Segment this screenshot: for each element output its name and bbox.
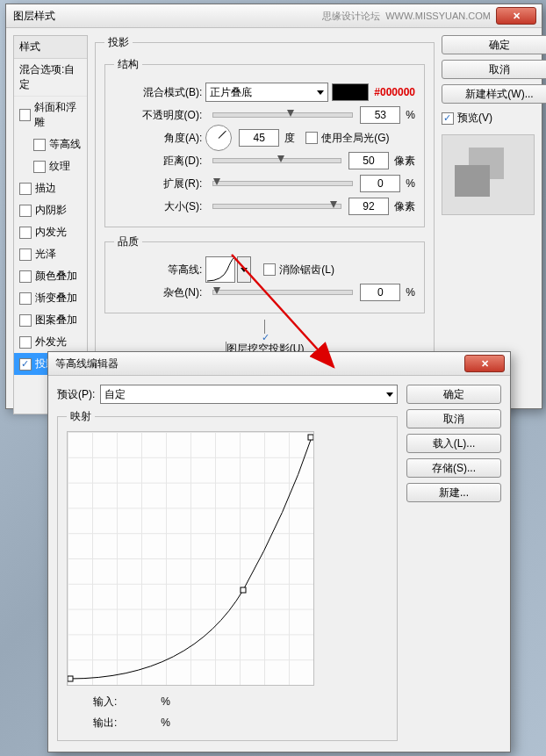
color-hex: #000000 — [374, 86, 415, 98]
contour-dropdown[interactable] — [237, 256, 251, 283]
titlebar[interactable]: 图层样式 思缘设计论坛 WWW.MISSYUAN.COM ✕ — [6, 4, 542, 28]
color-swatch[interactable] — [332, 83, 369, 101]
styles-header[interactable]: 样式 — [14, 36, 87, 59]
style-checkbox[interactable] — [19, 314, 32, 327]
blend-options[interactable]: 混合选项:自定 — [14, 59, 87, 97]
load-button[interactable]: 载入(L)... — [406, 434, 501, 453]
blend-mode-label: 混合模式(B): — [114, 85, 205, 100]
blend-mode-select[interactable]: 正片叠底 — [205, 83, 328, 102]
contour-editor-dialog: 等高线编辑器 ✕ 预设(P):自定 映射 输入:% 输出:% 确定 取消 载入(… — [47, 351, 511, 752]
style-item-6[interactable]: 光泽 — [14, 243, 87, 265]
titlebar[interactable]: 等高线编辑器 ✕ — [48, 352, 510, 376]
noise-input[interactable]: 0 — [360, 284, 400, 301]
watermark-text: 思缘设计论坛 — [322, 10, 380, 23]
quality-group: 品质 等高线: 消除锯齿(L) 杂色(N):0% — [104, 234, 425, 313]
style-checkbox[interactable] — [19, 183, 32, 195]
style-item-7[interactable]: 颜色叠加 — [14, 265, 87, 287]
opacity-slider[interactable] — [212, 112, 353, 118]
close-icon[interactable]: ✕ — [464, 355, 505, 372]
angle-dial[interactable] — [205, 125, 232, 151]
dialog-title: 图层样式 — [13, 9, 322, 24]
svg-rect-1 — [241, 587, 246, 593]
preset-label: 预设(P): — [57, 387, 95, 402]
ok-button[interactable]: 确定 — [442, 35, 546, 54]
spread-slider[interactable] — [212, 181, 353, 186]
preview-checkbox[interactable] — [442, 112, 454, 125]
global-light-checkbox[interactable] — [305, 132, 318, 144]
style-checkbox[interactable] — [33, 139, 46, 151]
ok-button[interactable]: 确定 — [406, 385, 501, 404]
style-checkbox[interactable] — [19, 248, 32, 261]
style-item-3[interactable]: 描边 — [14, 177, 87, 199]
style-item-5[interactable]: 内发光 — [14, 221, 87, 243]
dialog-title: 等高线编辑器 — [55, 356, 464, 371]
chevron-down-icon — [386, 392, 393, 397]
preview-thumb — [442, 134, 535, 215]
style-checkbox[interactable] — [19, 270, 32, 283]
svg-rect-0 — [68, 676, 73, 681]
cancel-button[interactable]: 取消 — [406, 409, 501, 428]
output-label: 输出: — [93, 716, 117, 731]
distance-slider[interactable] — [212, 158, 341, 163]
style-checkbox[interactable] — [19, 292, 32, 305]
save-button[interactable]: 存储(S)... — [406, 458, 501, 478]
chevron-down-icon — [241, 268, 248, 272]
style-item-10[interactable]: 外发光 — [14, 331, 87, 353]
style-checkbox[interactable] — [19, 336, 32, 349]
new-style-button[interactable]: 新建样式(W)... — [442, 84, 546, 104]
new-button[interactable]: 新建... — [406, 483, 501, 502]
distance-input[interactable]: 50 — [348, 152, 389, 169]
style-checkbox[interactable] — [19, 205, 32, 217]
spread-input[interactable]: 0 — [360, 175, 400, 192]
curve-canvas[interactable] — [67, 431, 314, 686]
style-checkbox[interactable] — [33, 161, 46, 173]
style-item-0[interactable]: 斜面和浮雕 — [14, 97, 87, 133]
style-checkbox[interactable] — [19, 109, 31, 121]
close-icon[interactable]: ✕ — [496, 7, 536, 25]
style-item-9[interactable]: 图案叠加 — [14, 309, 87, 331]
opacity-input[interactable]: 53 — [360, 106, 400, 124]
style-item-8[interactable]: 渐变叠加 — [14, 287, 87, 309]
style-item-2[interactable]: 纹理 — [14, 155, 87, 177]
noise-slider[interactable] — [212, 290, 353, 295]
style-item-1[interactable]: 等高线 — [14, 133, 87, 155]
contour-picker[interactable] — [205, 256, 235, 283]
style-item-4[interactable]: 内阴影 — [14, 199, 87, 221]
style-checkbox[interactable] — [19, 358, 32, 371]
input-label: 输入: — [93, 695, 117, 709]
mapping-group: 映射 输入:% 输出:% — [57, 409, 398, 741]
preset-select[interactable]: 自定 — [100, 385, 398, 404]
style-checkbox[interactable] — [19, 227, 32, 239]
angle-input[interactable]: 45 — [239, 129, 279, 147]
cancel-button[interactable]: 取消 — [442, 60, 546, 79]
size-input[interactable]: 92 — [348, 198, 389, 215]
watermark-url: WWW.MISSYUAN.COM — [385, 11, 491, 21]
chevron-down-icon — [317, 90, 324, 95]
shadow-group: 投影 结构 混合模式(B): 正片叠底 #000000 不透明度(O):53% … — [95, 35, 435, 387]
layer-style-dialog: 图层样式 思缘设计论坛 WWW.MISSYUAN.COM ✕ 样式 混合选项:自… — [5, 4, 542, 409]
size-slider[interactable] — [212, 204, 341, 209]
antialias-checkbox[interactable] — [263, 263, 276, 276]
structure-group: 结构 混合模式(B): 正片叠底 #000000 不透明度(O):53% 角度(… — [104, 57, 425, 227]
svg-rect-2 — [308, 435, 313, 440]
